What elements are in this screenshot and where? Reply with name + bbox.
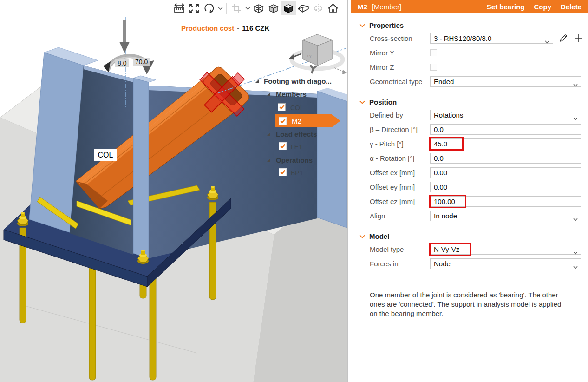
mirror-view-icon[interactable] — [311, 1, 326, 15]
geometrical-type-label: Geometrical type — [370, 78, 430, 86]
copy-button[interactable]: Copy — [534, 3, 551, 11]
nav-cube[interactable]: +Y — [289, 34, 347, 74]
defined-by-value: Rotations — [434, 111, 463, 119]
scene-member-label-col: COL — [94, 149, 117, 161]
add-cross-section-icon[interactable] — [574, 33, 583, 43]
section-view-icon[interactable] — [229, 1, 244, 15]
tree-item-m2-label: M2 — [292, 117, 301, 125]
tree-expander-icon[interactable] — [266, 132, 271, 137]
check-icon — [280, 119, 286, 124]
rotation-label-small: 8.0 — [115, 59, 129, 67]
solid-view-icon[interactable] — [281, 1, 296, 15]
section-properties: Properties Cross-section 3 - RHS120/80/8… — [351, 21, 588, 87]
tree-item-m2-selected[interactable]: M2 — [275, 114, 332, 127]
member-properties-panel: M2 [Member] Set bearing Copy Delete Prop… — [351, 0, 588, 382]
production-cost-value: 116 CZK — [242, 24, 269, 32]
rotation-label-large: 70.0 — [133, 58, 150, 66]
model-type-dropdown[interactable]: N-Vy-Vz — [430, 244, 581, 255]
alpha-rotation-label: α - Rotation [°] — [370, 154, 430, 162]
bearing-help-text: One member of the joint is considered as… — [370, 290, 569, 318]
geometrical-type-value: Ended — [434, 78, 454, 86]
gamma-pitch-label: γ - Pitch [°] — [370, 140, 430, 148]
3d-viewport[interactable]: +Y — [0, 0, 347, 382]
mirror-y-checkbox[interactable] — [430, 49, 437, 56]
offset-ez-input[interactable] — [430, 196, 581, 207]
tree-expander-icon[interactable] — [255, 79, 259, 84]
cross-section-dropdown[interactable]: 3 - RHS120/80/8.0 — [430, 33, 553, 44]
cross-section-label: Cross-section — [370, 34, 430, 42]
section-model-header[interactable]: Model — [351, 232, 588, 240]
tree-item-col[interactable]: COL — [290, 104, 304, 112]
defined-by-dropdown[interactable]: Rotations — [430, 110, 581, 120]
model-type-label: Model type — [370, 245, 430, 253]
chevron-down-icon — [573, 248, 578, 256]
edit-cross-section-icon[interactable] — [559, 33, 568, 43]
align-dropdown[interactable]: In node — [430, 211, 581, 221]
panel-divider[interactable] — [347, 0, 348, 382]
chevron-down-icon — [359, 100, 365, 104]
tree-checkbox-col[interactable] — [278, 103, 286, 111]
idea-statica-connection-window: +Y — [0, 0, 588, 382]
section-properties-header[interactable]: Properties — [351, 21, 588, 29]
check-icon — [280, 170, 286, 175]
chevron-down-icon — [359, 235, 365, 238]
panel-subtitle: [Member] — [372, 3, 401, 11]
production-cost-separator: - — [237, 24, 239, 32]
home-view-icon[interactable] — [326, 1, 340, 15]
set-bearing-button[interactable]: Set bearing — [487, 3, 525, 11]
section-title: Position — [369, 98, 397, 106]
section-title: Properties — [369, 21, 404, 29]
align-value: In node — [434, 212, 457, 220]
measure-icon[interactable] — [172, 1, 187, 15]
tree-root-item[interactable]: Footing with diago... — [264, 77, 332, 85]
hidden-lines-view-icon[interactable] — [266, 1, 281, 15]
cross-section-value: 3 - RHS120/80/8.0 — [434, 34, 491, 42]
tree-item-le1[interactable]: LE1 — [291, 143, 302, 151]
geometrical-type-dropdown[interactable]: Ended — [430, 76, 581, 87]
viewport-toolbar — [172, 1, 340, 16]
chevron-down-icon — [359, 24, 365, 27]
beta-direction-label: β – Direction [°] — [370, 125, 430, 133]
tree-item-bp1[interactable]: BP1 — [291, 169, 303, 177]
forces-in-dropdown[interactable]: Node — [430, 258, 581, 269]
tree-expander-icon[interactable] — [266, 158, 271, 163]
offset-ex-input[interactable] — [430, 167, 581, 178]
clip-view-icon[interactable] — [296, 1, 311, 15]
beta-direction-input[interactable] — [430, 124, 581, 135]
model-type-value: N-Vy-Vz — [434, 245, 459, 253]
tree-group-operations[interactable]: Operations — [276, 156, 313, 164]
section-view-options-icon[interactable] — [244, 1, 251, 15]
offset-ey-input[interactable] — [430, 182, 581, 192]
tree-expander-icon[interactable] — [266, 92, 271, 97]
tree-checkbox-m2[interactable] — [279, 117, 287, 125]
rotate-view-options-icon[interactable] — [216, 1, 224, 15]
toolbar-separator — [226, 3, 227, 14]
chevron-down-icon — [573, 114, 578, 122]
tree-checkbox-bp1[interactable] — [279, 168, 287, 176]
tree-group-members[interactable]: Members — [276, 90, 307, 98]
delete-button[interactable]: Delete — [561, 3, 581, 11]
nav-cube-face-label: +Y — [307, 54, 312, 59]
section-model: Model Model type N-Vy-Vz Forces in Node — [351, 232, 588, 269]
tree-group-load-effects[interactable]: Load effects — [276, 130, 317, 138]
chevron-down-icon — [573, 80, 578, 88]
production-cost: Production cost-116 CZK — [181, 24, 269, 32]
offset-ez-label: Offset ez [mm] — [370, 198, 430, 205]
panel-header: M2 [Member] Set bearing Copy Delete — [351, 0, 588, 13]
gamma-pitch-input[interactable] — [430, 138, 581, 149]
section-position: Position Defined by Rotations β – Direct… — [351, 98, 588, 221]
mirror-z-label: Mirror Z — [370, 63, 430, 71]
fit-view-icon[interactable] — [187, 1, 202, 15]
3d-scene[interactable]: +Y — [0, 0, 347, 382]
section-position-header[interactable]: Position — [351, 98, 588, 106]
rotate-view-icon[interactable] — [202, 1, 216, 15]
align-label: Align — [370, 212, 430, 220]
check-icon — [280, 144, 286, 149]
check-icon — [279, 105, 285, 110]
alpha-rotation-input[interactable] — [430, 153, 581, 164]
wireframe-view-icon[interactable] — [251, 1, 266, 15]
tree-checkbox-le1[interactable] — [279, 142, 287, 150]
mirror-z-checkbox[interactable] — [430, 64, 437, 71]
offset-ex-label: Offset ex [mm] — [370, 169, 430, 177]
chevron-down-icon — [573, 263, 578, 270]
